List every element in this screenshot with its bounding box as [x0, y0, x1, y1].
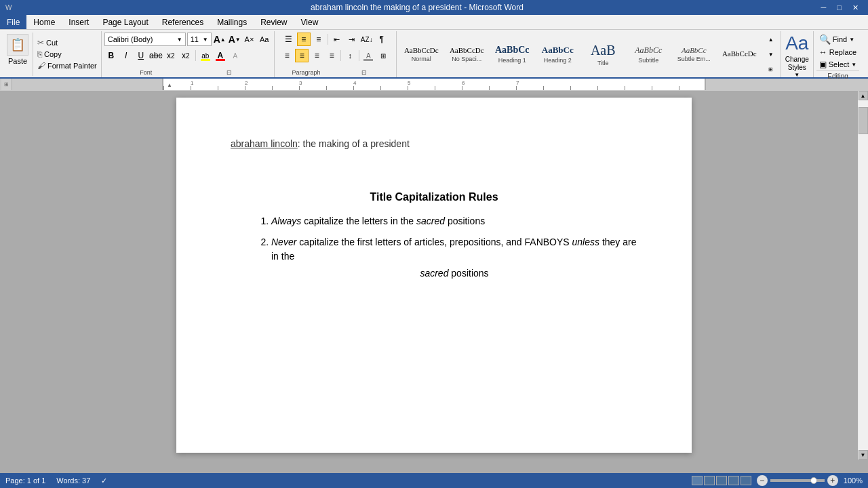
- document-subtitle: abraham lincoln: the making of a preside…: [231, 138, 637, 149]
- cut-icon: ✂: [37, 38, 44, 47]
- scroll-thumb[interactable]: [859, 107, 868, 134]
- title-bar-text: abraham lincoln the making of a presiden…: [17, 3, 816, 12]
- replace-button[interactable]: ↔ Replace: [816, 46, 860, 58]
- full-screen-button[interactable]: [704, 476, 715, 485]
- document-list: Always capitalize the letters in the sac…: [231, 214, 637, 281]
- font-color-button[interactable]: A: [214, 49, 227, 62]
- multilevel-list-button[interactable]: ≡: [312, 33, 326, 46]
- styles-scroll-up[interactable]: ▲: [764, 33, 778, 46]
- justify-button[interactable]: ≡: [325, 49, 338, 62]
- cut-button[interactable]: ✂ Cut: [36, 37, 98, 48]
- font-name-select[interactable]: Calibri (Body) ▼: [104, 33, 186, 46]
- menu-view[interactable]: View: [294, 15, 326, 29]
- menu-insert[interactable]: Insert: [62, 15, 96, 29]
- menu-home[interactable]: Home: [26, 15, 62, 29]
- increase-indent-button[interactable]: ⇥: [345, 33, 359, 46]
- decrease-indent-button[interactable]: ⇤: [330, 33, 344, 46]
- menu-file[interactable]: File: [0, 15, 26, 29]
- align-right-button[interactable]: ≡: [310, 49, 323, 62]
- status-bar: Page: 1 of 1 Words: 37 ✓ − + 100%: [0, 473, 868, 488]
- empty-line: [231, 169, 637, 180]
- ribbon: 📋 Paste ✂ Cut ⎘ Copy 🖌 Format Painter: [0, 30, 868, 79]
- select-button[interactable]: ▣ Select ▼: [816, 58, 860, 70]
- minimize-button[interactable]: ─: [817, 3, 831, 12]
- align-left-button[interactable]: ≡: [280, 49, 294, 62]
- menu-bar: File Home Insert Page Layout References …: [0, 15, 868, 30]
- change-styles-icon: Aa: [785, 34, 808, 53]
- zoom-out-button[interactable]: −: [757, 475, 768, 486]
- format-painter-button[interactable]: 🖌 Format Painter: [36, 60, 98, 71]
- style-subtitle[interactable]: AaBbCc Subtitle: [627, 35, 671, 74]
- style-no-spacing[interactable]: AaBbCcDc No Spaci...: [445, 35, 489, 74]
- text-highlight-button[interactable]: ab: [199, 49, 212, 62]
- clipboard-group: 📋 Paste ✂ Cut ⎘ Copy 🖌 Format Painter: [0, 31, 102, 77]
- text-effects-button[interactable]: A: [229, 49, 242, 62]
- zoom-thumb[interactable]: [810, 477, 817, 484]
- change-styles-arrow-icon: ▼: [794, 72, 800, 78]
- menu-mailings[interactable]: Mailings: [210, 15, 254, 29]
- font-group-label: Font: [104, 69, 188, 76]
- bullets-button[interactable]: ☰: [282, 33, 296, 46]
- web-layout-button[interactable]: [716, 476, 727, 485]
- style-heading2[interactable]: AaBbCc Heading 2: [536, 35, 580, 74]
- menu-page-layout[interactable]: Page Layout: [96, 15, 155, 29]
- outline-button[interactable]: [728, 476, 739, 485]
- italic-button[interactable]: I: [119, 49, 133, 62]
- styles-more-button[interactable]: ⊞: [764, 62, 778, 76]
- menu-review[interactable]: Review: [254, 15, 294, 29]
- subscript-button[interactable]: x2: [164, 49, 178, 62]
- menu-references[interactable]: References: [155, 15, 210, 29]
- bold-button[interactable]: B: [104, 49, 118, 62]
- underline-button[interactable]: U: [134, 49, 148, 62]
- align-center-button[interactable]: ≡: [295, 49, 309, 62]
- zoom-slider[interactable]: [770, 479, 825, 482]
- style-subtle-emphasis[interactable]: AaBbCc Subtle Em...: [672, 35, 716, 74]
- change-styles-button[interactable]: Aa ChangeStyles ▼: [781, 31, 814, 77]
- spell-check-icon[interactable]: ✓: [101, 476, 107, 485]
- style-title[interactable]: AaB Title: [581, 35, 625, 74]
- list-item-2-second-line: sacred positions: [271, 266, 637, 281]
- vertical-scrollbar[interactable]: ▲ ▼: [857, 91, 868, 460]
- close-button[interactable]: ✕: [848, 3, 863, 12]
- ruler-corner: ⊞: [1, 79, 12, 90]
- style-heading1[interactable]: AaBbCc Heading 1: [490, 35, 534, 74]
- superscript-button[interactable]: x2: [179, 49, 193, 62]
- find-button[interactable]: 🔍 Find ▼: [816, 33, 860, 46]
- show-hide-button[interactable]: ¶: [375, 33, 389, 46]
- styles-scroll-down[interactable]: ▼: [764, 47, 778, 61]
- style-normal[interactable]: AaBbCcDc Normal: [399, 35, 443, 74]
- right-sidebar: ▲ ▼: [705, 91, 868, 460]
- line-spacing-button[interactable]: ↕: [343, 49, 357, 62]
- word-count: Words: 37: [56, 476, 90, 485]
- font-size-select[interactable]: 11 ▼: [187, 33, 212, 46]
- scroll-up-button[interactable]: ▲: [859, 91, 868, 100]
- replace-icon: ↔: [819, 47, 827, 57]
- strikethrough-button[interactable]: abc: [149, 49, 163, 62]
- clear-formatting-button[interactable]: A✕: [243, 33, 256, 46]
- main-area: abraham lincoln: the making of a preside…: [0, 91, 868, 460]
- zoom-in-button[interactable]: +: [827, 475, 838, 486]
- font-group: Calibri (Body) ▼ 11 ▼ A▲ A▼ A✕ Aa B I U: [102, 31, 275, 77]
- borders-button[interactable]: ⊞: [376, 49, 390, 62]
- numbered-list-button[interactable]: ≡: [297, 33, 311, 46]
- print-layout-button[interactable]: [692, 476, 703, 485]
- document-container[interactable]: abraham lincoln: the making of a preside…: [163, 91, 705, 460]
- copy-button[interactable]: ⎘ Copy: [36, 49, 98, 60]
- paragraph-expand-icon[interactable]: ⊡: [335, 69, 393, 76]
- paste-button[interactable]: 📋 Paste: [3, 33, 33, 76]
- font-expand-icon[interactable]: ⊡: [188, 69, 271, 76]
- styles-group: AaBbCcDc Normal AaBbCcDc No Spaci... AaB…: [397, 31, 781, 77]
- document-page[interactable]: abraham lincoln: the making of a preside…: [176, 98, 692, 453]
- draft-button[interactable]: [741, 476, 751, 485]
- paragraph-group: ☰ ≡ ≡ ⇤ ⇥ AZ↓ ¶ ≡ ≡ ≡ ≡ ↕: [275, 31, 397, 77]
- sort-button[interactable]: AZ↓: [360, 33, 374, 46]
- shading-button[interactable]: A: [361, 49, 375, 62]
- maximize-button[interactable]: □: [833, 3, 846, 12]
- change-case-button[interactable]: Aa: [258, 33, 271, 46]
- ruler: ▲ 1 2 3 4 5 6 7 ⊞: [0, 79, 868, 91]
- scroll-down-button[interactable]: ▼: [859, 450, 868, 460]
- format-painter-icon: 🖌: [37, 61, 45, 70]
- font-shrink-button[interactable]: A▼: [228, 33, 241, 46]
- style-more[interactable]: AaBbCcDc: [717, 35, 762, 74]
- font-grow-button[interactable]: A▲: [213, 33, 226, 46]
